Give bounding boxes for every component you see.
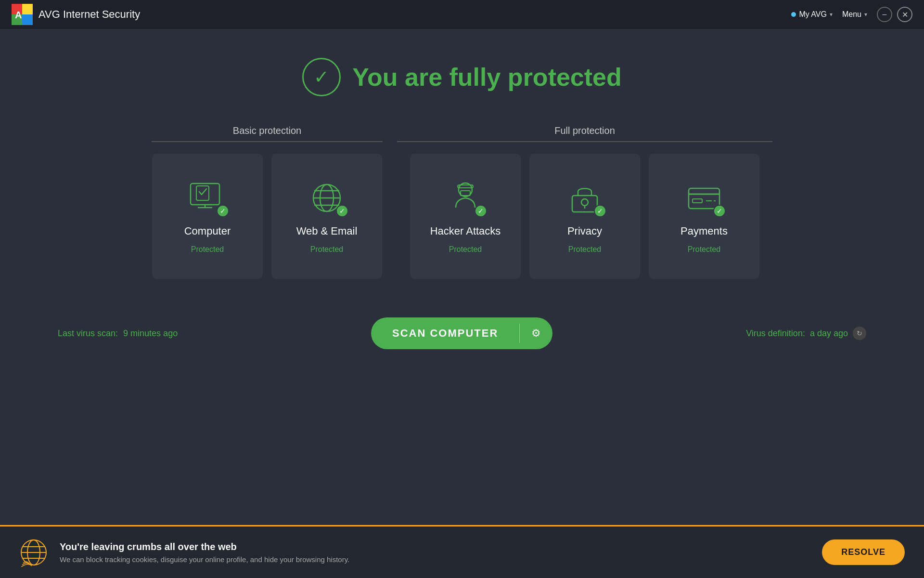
minimize-button[interactable]: – xyxy=(877,7,892,22)
avg-logo-icon: A xyxy=(12,4,33,25)
window-controls: – ✕ xyxy=(877,7,912,22)
svg-point-18 xyxy=(581,199,588,206)
privacy-check-icon: ✓ xyxy=(594,205,606,217)
web-email-card-status: Protected xyxy=(310,245,343,254)
full-protection-section: Full protection xyxy=(397,125,772,279)
menu-chevron-icon: ▾ xyxy=(864,11,867,18)
svg-rect-22 xyxy=(693,199,702,203)
my-avg-button[interactable]: My AVG ▾ xyxy=(791,10,833,19)
privacy-card-name: Privacy xyxy=(567,225,602,237)
menu-button[interactable]: Menu ▾ xyxy=(842,10,867,19)
status-circle-icon: ✓ xyxy=(302,58,341,96)
privacy-card[interactable]: ✓ Privacy Protected xyxy=(529,154,640,279)
hacker-icon: ✓ xyxy=(444,179,487,217)
payments-card[interactable]: ✓ Payments Protected xyxy=(649,154,759,279)
virus-definition-info: Virus definition: a day ago ↻ xyxy=(746,327,866,340)
app-title: AVG Internet Security xyxy=(38,8,140,21)
svg-rect-3 xyxy=(22,14,33,25)
last-scan-info: Last virus scan: 9 minutes ago xyxy=(58,328,178,339)
privacy-card-status: Protected xyxy=(568,245,601,254)
close-button[interactable]: ✕ xyxy=(897,7,912,22)
menu-label: Menu xyxy=(842,10,861,19)
basic-label-row: Basic protection xyxy=(152,125,383,142)
hacker-card-status: Protected xyxy=(449,245,482,254)
computer-check-icon: ✓ xyxy=(217,205,229,217)
last-scan-label: Last virus scan: xyxy=(58,328,118,338)
computer-card-name: Computer xyxy=(184,225,231,237)
payments-card-status: Protected xyxy=(688,245,720,254)
basic-protection-label: Basic protection xyxy=(233,125,301,136)
full-section-line xyxy=(397,141,772,142)
svg-rect-16 xyxy=(461,191,470,196)
titlebar-left: A AVG Internet Security xyxy=(12,4,140,25)
banner-globe-icon xyxy=(19,538,48,567)
svg-rect-20 xyxy=(689,188,719,209)
status-text: You are fully protected xyxy=(352,63,622,92)
web-email-icon: ✓ xyxy=(305,179,348,217)
titlebar: A AVG Internet Security My AVG ▾ Menu ▾ … xyxy=(0,0,924,29)
svg-text:A: A xyxy=(15,10,22,20)
my-avg-chevron-icon: ▾ xyxy=(830,11,833,18)
full-protection-label: Full protection xyxy=(554,125,615,136)
computer-icon: ✓ xyxy=(186,179,229,217)
payments-card-name: Payments xyxy=(680,225,728,237)
bottom-banner: You're leaving crumbs all over the web W… xyxy=(0,525,924,578)
titlebar-right: My AVG ▾ Menu ▾ – ✕ xyxy=(791,7,912,22)
hacker-card-name: Hacker Attacks xyxy=(430,225,501,237)
resolve-button[interactable]: RESOLVE xyxy=(822,539,905,565)
last-scan-value: 9 minutes ago xyxy=(123,328,178,338)
payments-icon: ✓ xyxy=(682,179,726,217)
svg-rect-5 xyxy=(191,184,219,205)
privacy-icon: ✓ xyxy=(563,179,606,217)
web-email-card-name: Web & Email xyxy=(296,225,358,237)
status-dot xyxy=(791,12,796,17)
full-label-row: Full protection xyxy=(397,125,772,142)
payments-check-icon: ✓ xyxy=(713,205,726,217)
web-email-card[interactable]: ✓ Web & Email Protected xyxy=(271,154,382,279)
svg-rect-1 xyxy=(22,4,33,14)
basic-section-line xyxy=(152,141,383,142)
banner-text: You're leaving crumbs all over the web W… xyxy=(60,541,810,564)
full-cards-row: ✓ Hacker Attacks Protected ✓ xyxy=(410,154,759,279)
refresh-icon[interactable]: ↻ xyxy=(853,327,866,340)
scan-settings-button[interactable]: ⚙ xyxy=(520,317,552,349)
action-bar: Last virus scan: 9 minutes ago SCAN COMP… xyxy=(38,317,886,349)
web-email-check-icon: ✓ xyxy=(336,205,348,217)
virus-def-value: a day ago xyxy=(810,328,848,339)
main-content: ✓ You are fully protected Basic protecti… xyxy=(0,29,924,368)
virus-def-label: Virus definition: xyxy=(746,328,805,339)
computer-card-status: Protected xyxy=(191,245,224,254)
banner-description: We can block tracking cookies, disguise … xyxy=(60,555,810,564)
sections-wrapper: Basic protection ✓ xyxy=(38,125,886,279)
basic-cards-row: ✓ Computer Protected xyxy=(152,154,382,279)
status-row: ✓ You are fully protected xyxy=(302,58,622,96)
scan-computer-button[interactable]: SCAN COMPUTER xyxy=(371,317,519,349)
basic-protection-section: Basic protection ✓ xyxy=(152,125,383,279)
computer-card[interactable]: ✓ Computer Protected xyxy=(152,154,263,279)
scan-button-wrapper[interactable]: SCAN COMPUTER ⚙ xyxy=(371,317,552,349)
hacker-attacks-card[interactable]: ✓ Hacker Attacks Protected xyxy=(410,154,521,279)
hacker-check-icon: ✓ xyxy=(475,205,487,217)
banner-title: You're leaving crumbs all over the web xyxy=(60,541,810,552)
my-avg-label: My AVG xyxy=(799,10,827,19)
